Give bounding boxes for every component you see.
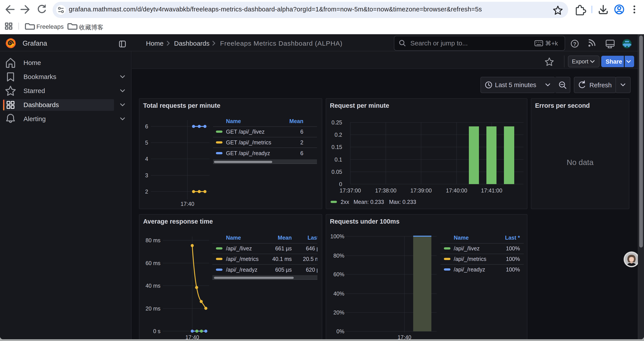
- svg-text:Home: Home: [146, 40, 164, 47]
- svg-text:17:38:00: 17:38:00: [375, 187, 396, 194]
- svg-text:20 ms: 20 ms: [146, 305, 160, 311]
- svg-text:0.2: 0.2: [334, 132, 342, 138]
- svg-text:17:37:00: 17:37:00: [340, 187, 361, 194]
- svg-text:3: 3: [145, 172, 148, 178]
- svg-text:60 ms: 60 ms: [146, 260, 160, 266]
- svg-text:0.25: 0.25: [332, 119, 342, 126]
- svg-text:5: 5: [145, 140, 148, 146]
- svg-text:⌘+k: ⌘+k: [545, 40, 558, 47]
- svg-text:Grafana: Grafana: [22, 40, 47, 47]
- svg-text:Alerting: Alerting: [24, 115, 46, 122]
- svg-text:17:40: 17:40: [186, 334, 199, 339]
- svg-text:4: 4: [145, 156, 148, 162]
- svg-text:0.05: 0.05: [332, 169, 342, 175]
- svg-text:0.1: 0.1: [334, 156, 342, 163]
- svg-text:0.15: 0.15: [332, 144, 342, 150]
- svg-text:Starred: Starred: [24, 87, 45, 94]
- svg-text:Mean: 0.233: Mean: 0.233: [354, 199, 384, 205]
- svg-text:80 ms: 80 ms: [146, 237, 160, 243]
- svg-text:Bookmarks: Bookmarks: [24, 73, 56, 80]
- svg-text:Dashboards: Dashboards: [174, 40, 210, 47]
- svg-text:Dashboards: Dashboards: [24, 101, 59, 108]
- svg-text:40 ms: 40 ms: [146, 283, 160, 289]
- svg-text:Max: 0.233: Max: 0.233: [389, 199, 416, 205]
- svg-text:100%: 100%: [330, 233, 344, 239]
- svg-text:0%: 0%: [336, 328, 344, 334]
- svg-text:Home: Home: [24, 59, 41, 66]
- svg-text:?: ?: [573, 41, 576, 47]
- svg-text:0 s: 0 s: [153, 328, 160, 334]
- svg-text:Refresh: Refresh: [590, 82, 612, 89]
- svg-text:60%: 60%: [334, 271, 344, 277]
- svg-text:17:39:00: 17:39:00: [410, 187, 432, 194]
- svg-text:20%: 20%: [334, 309, 344, 315]
- svg-text:Last 5 minutes: Last 5 minutes: [495, 81, 536, 88]
- svg-text:17:40: 17:40: [180, 201, 194, 207]
- svg-text:40%: 40%: [334, 290, 344, 297]
- svg-text:Freeleaps Metrics Dashboard (A: Freeleaps Metrics Dashboard (ALPHA): [220, 40, 342, 47]
- svg-text:Search or jump to...: Search or jump to...: [410, 40, 468, 47]
- svg-text:17:40: 17:40: [398, 334, 412, 339]
- svg-text:2xx: 2xx: [341, 199, 349, 205]
- svg-text:2: 2: [145, 188, 148, 195]
- svg-text:6: 6: [145, 123, 148, 129]
- svg-text:Export: Export: [572, 58, 588, 65]
- svg-text:Share: Share: [606, 58, 622, 65]
- svg-text:0: 0: [339, 181, 342, 187]
- svg-text:80%: 80%: [334, 253, 344, 259]
- svg-text:17:41:00: 17:41:00: [481, 187, 502, 194]
- svg-text:17:40:00: 17:40:00: [446, 187, 467, 194]
